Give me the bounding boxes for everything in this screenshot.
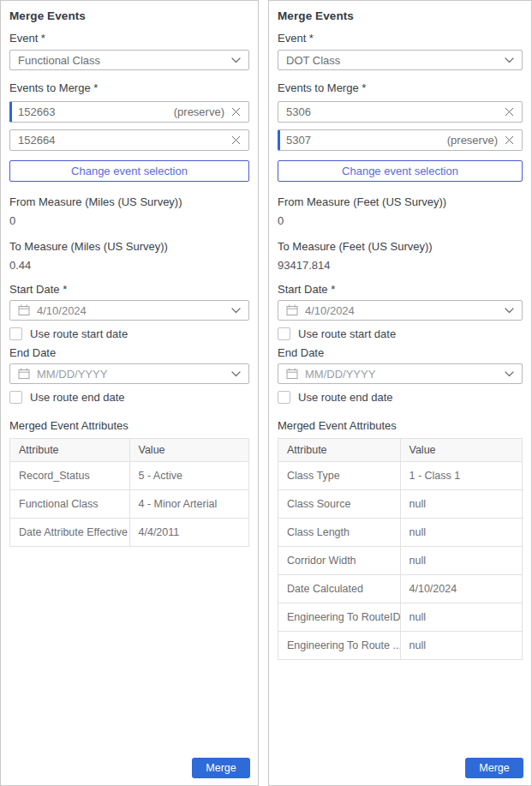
- checkbox-label: Use route start date: [30, 327, 128, 340]
- calendar-icon: [18, 304, 30, 316]
- use-route-end-date-checkbox[interactable]: Use route end date: [9, 391, 249, 404]
- end-date-value: MM/DD/YYYY: [305, 368, 505, 381]
- event-select[interactable]: Functional Class: [9, 50, 249, 70]
- event-select-value: DOT Class: [286, 54, 340, 67]
- attribute-column-header: Attribute: [278, 439, 401, 462]
- checkbox-icon[interactable]: [278, 327, 290, 340]
- event-to-merge-input[interactable]: 152664: [9, 129, 249, 151]
- calendar-icon: [286, 368, 298, 380]
- table-row: Corridor Width null: [278, 547, 523, 575]
- merge-events-panel-left: Merge Events Event * Functional Class Ev…: [0, 0, 259, 786]
- attribute-value-cell: null: [400, 547, 523, 575]
- checkbox-icon[interactable]: [9, 327, 22, 340]
- to-measure-value: 93417.814: [278, 260, 523, 271]
- remove-event-icon[interactable]: [231, 135, 241, 145]
- events-to-merge-label: Events to Merge *: [9, 81, 249, 94]
- event-to-merge-input[interactable]: 5306: [278, 101, 523, 123]
- checkbox-label: Use route end date: [298, 391, 393, 404]
- use-route-start-date-checkbox[interactable]: Use route start date: [9, 327, 249, 340]
- from-measure-label: From Measure (Feet (US Survey)): [278, 195, 523, 208]
- merge-button[interactable]: Merge: [192, 758, 250, 778]
- event-to-merge-input[interactable]: 5307 (preserve): [278, 129, 523, 151]
- chevron-down-icon: [505, 308, 514, 314]
- preserve-tag: (preserve): [447, 134, 498, 147]
- event-select[interactable]: DOT Class: [278, 50, 523, 70]
- attribute-name-cell: Date Calculated: [278, 575, 401, 603]
- table-row: Class Source null: [278, 490, 523, 519]
- table-header-row: Attribute Value: [10, 439, 249, 462]
- chevron-down-icon: [231, 371, 241, 377]
- attribute-name-cell: Date Attribute Effective: [10, 519, 130, 547]
- merged-attributes-table: Attribute Value Class Type 1 - Class 1 C…: [278, 438, 523, 660]
- checkbox-icon[interactable]: [9, 391, 22, 404]
- calendar-icon: [286, 304, 298, 316]
- remove-event-icon[interactable]: [505, 135, 514, 145]
- event-select-value: Functional Class: [18, 54, 100, 67]
- attribute-value-cell: 4 - Minor Arterial: [129, 490, 249, 519]
- to-measure-value: 0.44: [9, 260, 249, 271]
- table-row: Engineering To Route ... null: [278, 632, 523, 660]
- end-date-picker[interactable]: MM/DD/YYYY: [9, 363, 249, 384]
- calendar-icon: [18, 368, 30, 380]
- use-route-start-date-checkbox[interactable]: Use route start date: [278, 327, 523, 340]
- attribute-value-cell: null: [400, 490, 523, 519]
- merged-attributes-label: Merged Event Attributes: [278, 419, 523, 432]
- end-date-picker[interactable]: MM/DD/YYYY: [278, 363, 523, 384]
- table-row: Date Calculated 4/10/2024: [278, 575, 523, 603]
- table-row: Functional Class 4 - Minor Arterial: [10, 490, 249, 519]
- table-row: Class Type 1 - Class 1: [278, 462, 523, 490]
- checkbox-label: Use route start date: [298, 327, 396, 340]
- page-title: Merge Events: [278, 9, 523, 23]
- merged-attributes-label: Merged Event Attributes: [9, 419, 249, 432]
- checkbox-label: Use route end date: [30, 391, 125, 404]
- merge-events-panel-right: Merge Events Event * DOT Class Events to…: [268, 0, 532, 786]
- start-date-picker[interactable]: 4/10/2024: [278, 300, 523, 321]
- attribute-value-cell: 4/10/2024: [400, 575, 523, 603]
- start-date-picker[interactable]: 4/10/2024: [9, 300, 249, 321]
- attribute-name-cell: Record_Status: [10, 462, 130, 490]
- merged-attributes-table: Attribute Value Record_Status 5 - Active…: [9, 438, 249, 547]
- attribute-name-cell: Corridor Width: [278, 547, 401, 575]
- chevron-down-icon: [231, 57, 241, 63]
- remove-event-icon[interactable]: [231, 107, 241, 117]
- chevron-down-icon: [231, 308, 241, 314]
- attribute-value-cell: null: [400, 519, 523, 547]
- table-row: Engineering To RouteID null: [278, 603, 523, 632]
- events-to-merge-label: Events to Merge *: [278, 81, 523, 94]
- to-measure-label: To Measure (Feet (US Survey)): [278, 240, 523, 253]
- attribute-value-cell: null: [400, 632, 523, 660]
- checkbox-icon[interactable]: [278, 391, 290, 404]
- start-date-label: Start Date *: [9, 283, 249, 296]
- preserve-tag: (preserve): [174, 105, 224, 118]
- value-column-header: Value: [400, 439, 523, 462]
- from-measure-value: 0: [278, 215, 523, 226]
- from-measure-label: From Measure (Miles (US Survey)): [9, 195, 249, 208]
- attribute-value-cell: 5 - Active: [129, 462, 249, 490]
- start-date-label: Start Date *: [278, 283, 523, 296]
- attribute-name-cell: Class Length: [278, 519, 401, 547]
- table-row: Record_Status 5 - Active: [10, 462, 249, 490]
- change-event-selection-button[interactable]: Change event selection: [278, 160, 523, 182]
- attribute-value-cell: null: [400, 603, 523, 632]
- to-measure-label: To Measure (Miles (US Survey)): [9, 240, 249, 253]
- attribute-name-cell: Class Type: [278, 462, 401, 490]
- end-date-label: End Date: [278, 346, 523, 359]
- use-route-end-date-checkbox[interactable]: Use route end date: [278, 391, 523, 404]
- chevron-down-icon: [505, 57, 514, 63]
- from-measure-value: 0: [9, 215, 249, 226]
- chevron-down-icon: [505, 371, 514, 377]
- table-row: Class Length null: [278, 519, 523, 547]
- attribute-name-cell: Class Source: [278, 490, 401, 519]
- value-column-header: Value: [129, 439, 249, 462]
- table-row: Date Attribute Effective 4/4/2011: [10, 519, 249, 547]
- remove-event-icon[interactable]: [505, 107, 514, 117]
- start-date-value: 4/10/2024: [305, 304, 505, 317]
- change-event-selection-button[interactable]: Change event selection: [9, 160, 249, 182]
- start-date-value: 4/10/2024: [37, 304, 231, 317]
- event-label: Event *: [9, 32, 249, 45]
- event-id-value: 152663: [18, 105, 174, 118]
- event-id-value: 5307: [286, 134, 447, 147]
- merge-button[interactable]: Merge: [465, 758, 523, 778]
- page-title: Merge Events: [9, 9, 249, 23]
- event-to-merge-input[interactable]: 152663 (preserve): [9, 101, 249, 123]
